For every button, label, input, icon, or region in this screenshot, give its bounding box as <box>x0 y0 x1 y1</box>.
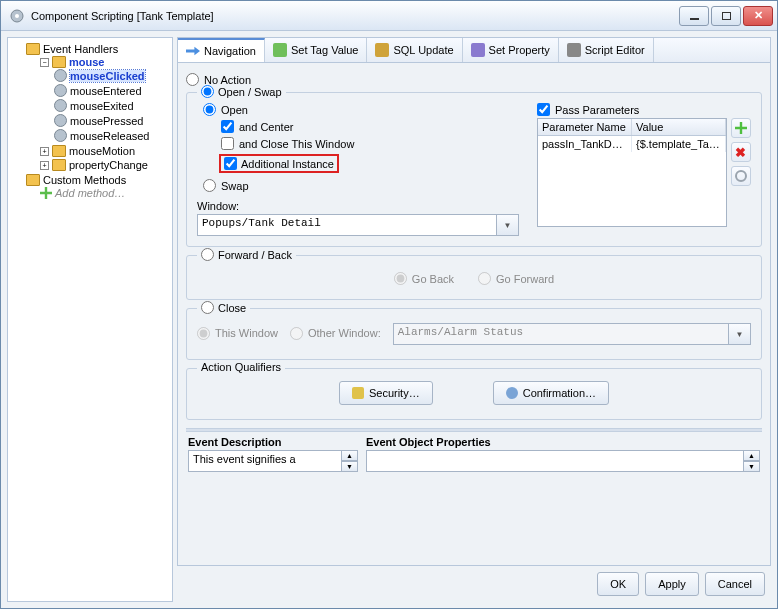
minimize-button[interactable] <box>679 6 709 26</box>
group-close: Close This Window Other Window: Alarms/A… <box>186 308 762 360</box>
lock-icon <box>352 387 364 399</box>
link-parameter-button[interactable] <box>731 166 751 186</box>
other-window-dropdown-button: ▼ <box>729 323 751 345</box>
label-additional-instance: Additional Instance <box>241 158 334 170</box>
group-open-swap: Open / Swap Open and Center and Close Th… <box>186 92 762 247</box>
tree-panel: Event Handlers −mouse mouseClicked mouse… <box>7 37 173 602</box>
button-label: Confirmation… <box>523 387 596 399</box>
label-close: Close <box>218 302 246 314</box>
tab-label: Navigation <box>204 45 256 57</box>
confirmation-button[interactable]: Confirmation… <box>493 381 609 405</box>
plus-icon <box>735 122 747 134</box>
label-window: Window: <box>197 200 239 212</box>
check-and-center[interactable] <box>221 120 234 133</box>
tree-mouse[interactable]: mouse <box>69 56 104 68</box>
col-value: Value <box>632 119 726 135</box>
maximize-button[interactable] <box>711 6 741 26</box>
tree-mouseExited[interactable]: mouseExited <box>70 100 134 112</box>
add-parameter-button[interactable] <box>731 118 751 138</box>
button-label: Apply <box>658 578 686 590</box>
event-description-field[interactable]: This event signifies a <box>188 450 342 472</box>
collapse-icon[interactable]: − <box>40 58 49 67</box>
dialog-footer: OK Apply Cancel <box>177 566 771 602</box>
radio-open-swap[interactable] <box>201 85 214 98</box>
expand-icon[interactable]: + <box>40 161 49 170</box>
confirm-icon <box>506 387 518 399</box>
button-label: OK <box>610 578 626 590</box>
label-this-window: This Window <box>215 327 278 339</box>
x-icon: ✖ <box>735 146 747 158</box>
tab-set-property[interactable]: Set Property <box>463 38 559 62</box>
property-icon <box>471 43 485 57</box>
add-icon <box>40 187 52 199</box>
tab-set-tag-value[interactable]: Set Tag Value <box>265 38 367 62</box>
tab-navigation[interactable]: Navigation <box>178 38 265 62</box>
tree-mouseMotion[interactable]: mouseMotion <box>69 145 135 157</box>
table-row[interactable]: passIn_TankD… {$.template_Ta… <box>538 136 726 152</box>
cancel-button[interactable]: Cancel <box>705 572 765 596</box>
link-icon <box>735 170 747 182</box>
folder-icon <box>52 145 66 157</box>
titlebar[interactable]: Component Scripting [Tank Template] ✕ <box>1 1 777 31</box>
tab-label: Set Property <box>489 44 550 56</box>
window-dropdown-button[interactable]: ▼ <box>497 214 519 236</box>
event-description-spinner[interactable]: ▲▼ <box>342 450 358 472</box>
folder-icon <box>26 174 40 186</box>
ok-button[interactable]: OK <box>597 572 639 596</box>
radio-close[interactable] <box>201 301 214 314</box>
tab-sql-update[interactable]: SQL Update <box>367 38 462 62</box>
window-select[interactable]: Popups/Tank Detail <box>197 214 497 236</box>
app-icon <box>9 8 25 24</box>
button-label: Cancel <box>718 578 752 590</box>
event-icon <box>54 99 67 112</box>
tag-icon <box>273 43 287 57</box>
radio-swap[interactable] <box>203 179 216 192</box>
database-icon <box>375 43 389 57</box>
expand-icon[interactable]: + <box>40 147 49 156</box>
event-icon <box>54 69 67 82</box>
check-and-close[interactable] <box>221 137 234 150</box>
label-go-back: Go Back <box>412 273 454 285</box>
svg-point-1 <box>15 14 19 18</box>
apply-button[interactable]: Apply <box>645 572 699 596</box>
tree-mousePressed[interactable]: mousePressed <box>70 115 143 127</box>
security-button[interactable]: Security… <box>339 381 433 405</box>
script-icon <box>567 43 581 57</box>
navigation-icon <box>186 44 200 58</box>
radio-open[interactable] <box>203 103 216 116</box>
check-pass-parameters[interactable] <box>537 103 550 116</box>
label-forward-back: Forward / Back <box>218 249 292 261</box>
other-window-select: Alarms/Alarm Status <box>393 323 729 345</box>
tree-mouseClicked[interactable]: mouseClicked <box>70 70 145 82</box>
tree-add-method[interactable]: Add method… <box>55 187 125 199</box>
tab-label: SQL Update <box>393 44 453 56</box>
label-event-description: Event Description <box>188 434 358 450</box>
radio-other-window <box>290 327 303 340</box>
tree-mouseEntered[interactable]: mouseEntered <box>70 85 142 97</box>
tree-mouseReleased[interactable]: mouseReleased <box>70 130 150 142</box>
label-other-window: Other Window: <box>308 327 381 339</box>
event-object-properties-field[interactable] <box>366 450 744 472</box>
close-button[interactable]: ✕ <box>743 6 773 26</box>
tab-label: Script Editor <box>585 44 645 56</box>
check-additional-instance[interactable] <box>224 157 237 170</box>
col-parameter-name: Parameter Name <box>538 119 632 135</box>
radio-go-forward <box>478 272 491 285</box>
radio-forward-back[interactable] <box>201 248 214 261</box>
label-pass-parameters: Pass Parameters <box>555 104 639 116</box>
folder-icon <box>52 56 66 68</box>
event-icon <box>54 129 67 142</box>
tree-propertyChange[interactable]: propertyChange <box>69 159 148 171</box>
tree-event-handlers: Event Handlers <box>43 43 118 55</box>
label-event-object-properties: Event Object Properties <box>366 434 760 450</box>
label-open-swap: Open / Swap <box>218 86 282 98</box>
parameter-table[interactable]: Parameter Name Value passIn_TankD… {$.te… <box>537 118 727 227</box>
tab-bar: Navigation Set Tag Value SQL Update Set … <box>177 37 771 62</box>
tab-script-editor[interactable]: Script Editor <box>559 38 654 62</box>
event-object-properties-spinner[interactable]: ▲▼ <box>744 450 760 472</box>
label-action-qualifiers: Action Qualifiers <box>201 361 281 373</box>
remove-parameter-button[interactable]: ✖ <box>731 142 751 162</box>
splitter[interactable] <box>186 428 762 432</box>
group-forward-back: Forward / Back Go Back Go Forward <box>186 255 762 300</box>
event-icon <box>54 114 67 127</box>
